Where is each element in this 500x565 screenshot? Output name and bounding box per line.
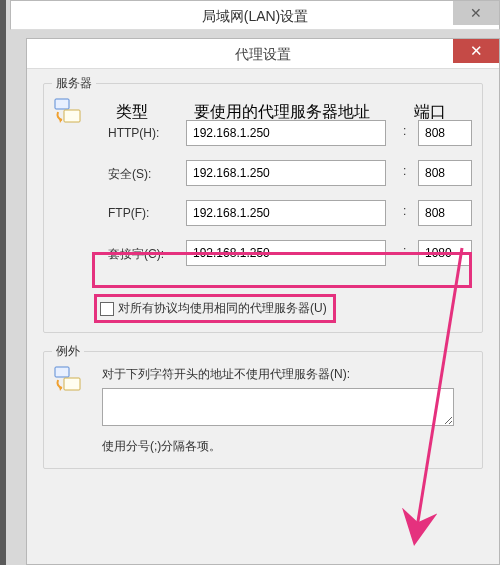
servers-group: 服务器 类型 要使用的代理服务器地址 端口 HTTP(H): <box>43 83 483 333</box>
secure-row: 安全(S): : <box>108 160 470 200</box>
secure-colon: : <box>403 164 406 178</box>
ftp-row: FTP(F): : <box>108 200 470 240</box>
exceptions-group: 例外 对于下列字符开头的地址不使用代理服务器(N): 使用分号(;)分隔各项。 <box>43 351 483 469</box>
same-for-all-label: 对所有协议均使用相同的代理服务器(U) <box>118 300 327 317</box>
exceptions-textarea[interactable] <box>102 388 454 426</box>
ftp-label: FTP(F): <box>108 206 186 220</box>
svg-rect-4 <box>64 378 80 390</box>
server-icon <box>54 98 82 126</box>
same-for-all-checkbox[interactable] <box>100 302 114 316</box>
ftp-address-input[interactable] <box>186 200 386 226</box>
socks-label: 套接字(C): <box>108 246 186 263</box>
secure-address-input[interactable] <box>186 160 386 186</box>
ftp-colon: : <box>403 204 406 218</box>
dialog-close-button[interactable]: ✕ <box>453 39 499 63</box>
dialog-titlebar: 代理设置 ✕ <box>27 39 499 69</box>
socks-address-input[interactable] <box>186 240 386 266</box>
exceptions-hint: 使用分号(;)分隔各项。 <box>102 438 221 455</box>
svg-rect-1 <box>64 110 80 122</box>
exceptions-group-label: 例外 <box>52 343 84 360</box>
ftp-port-input[interactable] <box>418 200 472 226</box>
socks-colon: : <box>403 244 406 258</box>
same-for-all-row[interactable]: 对所有协议均使用相同的代理服务器(U) <box>94 294 336 323</box>
http-port-input[interactable] <box>418 120 472 146</box>
parent-close-button[interactable]: ✕ <box>453 1 499 25</box>
secure-port-input[interactable] <box>418 160 472 186</box>
dialog-title-text: 代理设置 <box>235 46 291 62</box>
exceptions-icon <box>54 366 82 398</box>
parent-window-title: 局域网(LAN)设置 <box>11 1 499 31</box>
svg-rect-3 <box>55 367 69 377</box>
http-row: HTTP(H): : <box>108 120 470 160</box>
http-address-input[interactable] <box>186 120 386 146</box>
secure-label: 安全(S): <box>108 166 186 183</box>
socks-port-input[interactable] <box>418 240 472 266</box>
svg-rect-0 <box>55 99 69 109</box>
http-colon: : <box>403 124 406 138</box>
parent-titlebar: 局域网(LAN)设置 ✕ <box>10 0 500 30</box>
http-label: HTTP(H): <box>108 126 186 140</box>
exceptions-text: 对于下列字符开头的地址不使用代理服务器(N): <box>102 366 350 383</box>
proxy-settings-dialog: 代理设置 ✕ 服务器 类型 要使用的代理服务器地址 端口 <box>26 38 500 565</box>
socks-row: 套接字(C): : <box>108 240 470 280</box>
servers-group-label: 服务器 <box>52 75 96 92</box>
